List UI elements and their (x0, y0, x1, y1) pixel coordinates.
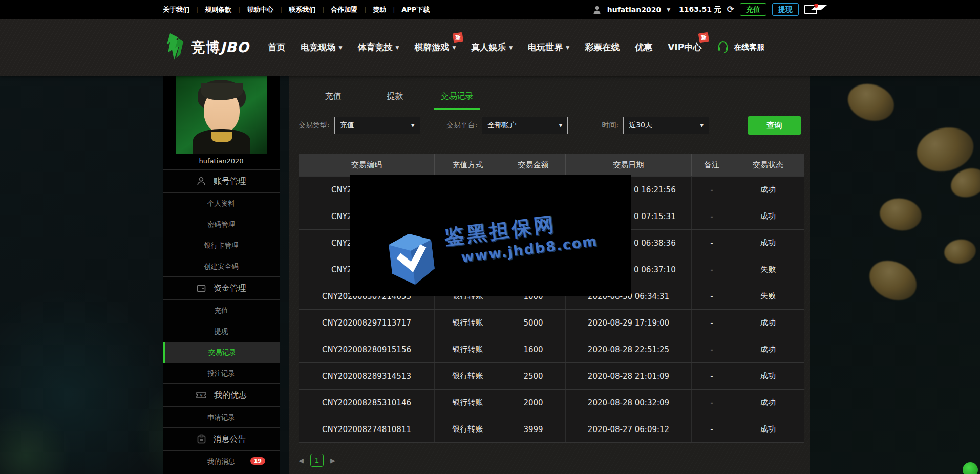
tab-交易记录[interactable]: 交易记录 (426, 86, 488, 109)
table-row[interactable]: CNY202008280915156银行转账16002020-08-28 22:… (299, 336, 804, 363)
refresh-icon[interactable]: ⟳ (727, 5, 734, 14)
nav-item[interactable]: 体育竞技▼ (358, 41, 399, 53)
sidebar-item-投注记录[interactable]: 投注记录 (163, 363, 280, 384)
sidebar-section-账号管理[interactable]: 账号管理 (163, 169, 280, 193)
tab-充值[interactable]: 充值 (302, 86, 364, 109)
sidebar-section-消息公告[interactable]: 消息公告 (163, 427, 280, 451)
topbar-link[interactable]: 关于我们 (163, 5, 189, 14)
avatar[interactable] (176, 76, 267, 154)
column-header: 备注 (692, 154, 732, 177)
platform-select[interactable]: 全部账户 ▼ (482, 117, 568, 134)
prev-page-icon[interactable]: ◀ (299, 457, 304, 464)
wallet-icon (196, 283, 206, 293)
topbar-link[interactable]: 规则条款 (205, 5, 231, 14)
cell-date: 2020-08-28 00:32:09 (566, 390, 692, 416)
topbar-link[interactable]: 赞助 (373, 5, 386, 14)
cell-code: CNY202008289314513 (299, 363, 435, 390)
watermark-logo-icon (383, 227, 441, 295)
online-service[interactable]: 在线客服 (717, 40, 764, 55)
cell-status: 失败 (732, 283, 804, 310)
sidebar-item-label: 密码管理 (207, 220, 235, 229)
table-row[interactable]: CNY202008274810811银行转账39992020-08-27 06:… (299, 416, 804, 443)
cell-note: - (692, 363, 732, 390)
nav-item[interactable]: 电玩世界▼ (528, 41, 569, 53)
main-panel: 充值提款交易记录 交易类型: 充值 ▼ 交易平台: 全部账户 ▼ 时间: 近30… (289, 76, 810, 474)
cell-status: 成功 (732, 203, 804, 230)
cell-method: 银行转账 (435, 310, 501, 336)
sidebar-section-资金管理[interactable]: 资金管理 (163, 276, 280, 300)
topbar: 关于我们|规则条款|帮助中心|联系我们|合作加盟|赞助|APP下载 hufati… (0, 0, 980, 19)
cell-code: CNY202008297113717 (299, 310, 435, 336)
type-select[interactable]: 充值 ▼ (334, 117, 420, 134)
sidebar-section-label: 账号管理 (214, 176, 246, 187)
cell-note: - (692, 416, 732, 443)
divider: | (280, 6, 282, 13)
cell-amount: 2000 (501, 390, 566, 416)
watermark-overlay: 鉴黑担保网 www.jhdb8.com (350, 175, 631, 296)
sidebar-item-label: 投注记录 (207, 369, 235, 378)
cell-note: - (692, 230, 732, 256)
sidebar-section-label: 我的优惠 (214, 390, 247, 401)
sidebar-section-label: 消息公告 (214, 434, 246, 445)
sidebar-item-充值[interactable]: 充值 (163, 300, 280, 321)
table-row[interactable]: CNY202008285310146银行转账20002020-08-28 00:… (299, 390, 804, 416)
sidebar-item-label: 创建安全码 (204, 262, 239, 271)
nav-item[interactable]: 优惠 (635, 41, 652, 53)
time-select[interactable]: 近30天 ▼ (623, 117, 709, 134)
nav-item[interactable]: VIP中心新 (668, 41, 701, 53)
divider: | (393, 6, 395, 13)
divider: | (238, 6, 240, 13)
filters: 交易类型: 充值 ▼ 交易平台: 全部账户 ▼ 时间: 近30天 ▼ 查询 (299, 116, 801, 135)
nav-item[interactable]: 首页 (268, 41, 286, 53)
logo-icon (163, 32, 187, 63)
nav-item[interactable]: 电竞现场▼ (301, 41, 343, 53)
sidebar-item-密码管理[interactable]: 密码管理 (163, 214, 280, 235)
sidebar-item-我的消息[interactable]: 我的消息19 (163, 451, 280, 472)
sidebar-item-个人资料[interactable]: 个人资料 (163, 193, 280, 214)
topbar-links: 关于我们|规则条款|帮助中心|联系我们|合作加盟|赞助|APP下载 (163, 5, 430, 14)
sidebar-item-创建安全码[interactable]: 创建安全码 (163, 256, 280, 277)
sidebar-item-银行卡管理[interactable]: 银行卡管理 (163, 235, 280, 256)
sidebar-section-我的优惠[interactable]: ¥我的优惠 (163, 383, 280, 407)
topbar-link[interactable]: 合作加盟 (331, 5, 357, 14)
cell-note: - (692, 390, 732, 416)
cell-status: 成功 (732, 310, 804, 336)
cell-date: 2020-08-28 21:01:09 (566, 363, 692, 390)
cell-status: 成功 (732, 177, 804, 203)
sidebar-item-label: 个人资料 (207, 199, 235, 208)
cell-method: 银行转账 (435, 416, 501, 443)
nav-item[interactable]: 彩票在线 (585, 41, 620, 53)
chevron-down-icon[interactable]: ▼ (667, 7, 670, 12)
nav-item[interactable]: 棋牌游戏▼新 (414, 41, 456, 53)
sidebar-item-提现[interactable]: 提现 (163, 321, 280, 342)
cell-status: 失败 (732, 256, 804, 283)
cell-date: 2020-08-28 22:51:25 (566, 336, 692, 363)
platform-filter-label: 交易平台: (446, 121, 478, 130)
nav-item[interactable]: 真人娱乐▼ (471, 41, 513, 53)
site-logo[interactable]: 竞博JBO (163, 32, 249, 63)
cell-amount: 2500 (501, 363, 566, 390)
deposit-button[interactable]: 充值 (740, 3, 766, 16)
withdraw-button[interactable]: 提现 (772, 3, 799, 16)
mail-icon[interactable] (804, 5, 817, 14)
cell-note: - (692, 336, 732, 363)
coupon-icon: ¥ (196, 391, 207, 400)
table-row[interactable]: CNY202008289314513银行转账25002020-08-28 21:… (299, 363, 804, 390)
next-page-icon[interactable]: ▶ (330, 457, 335, 464)
cell-note: - (692, 283, 732, 310)
username[interactable]: hufatian2020 (607, 6, 661, 14)
sidebar-item-申请记录[interactable]: 申请记录 (163, 407, 280, 428)
topbar-link[interactable]: 帮助中心 (247, 5, 273, 14)
sidebar-item-交易记录[interactable]: 交易记录 (163, 342, 280, 363)
record-tabs: 充值提款交易记录 (299, 86, 801, 109)
type-filter-label: 交易类型: (299, 121, 330, 130)
topbar-link[interactable]: 联系我们 (289, 5, 315, 14)
search-button[interactable]: 查询 (748, 116, 801, 135)
table-row[interactable]: CNY202008297113717银行转账50002020-08-29 17:… (299, 310, 804, 336)
topbar-link[interactable]: APP下载 (401, 5, 430, 14)
column-header: 充值方式 (435, 154, 501, 177)
page-number[interactable]: 1 (310, 454, 324, 467)
cell-note: - (692, 203, 732, 230)
cell-method: 银行转账 (435, 390, 501, 416)
tab-提款[interactable]: 提款 (364, 86, 426, 109)
